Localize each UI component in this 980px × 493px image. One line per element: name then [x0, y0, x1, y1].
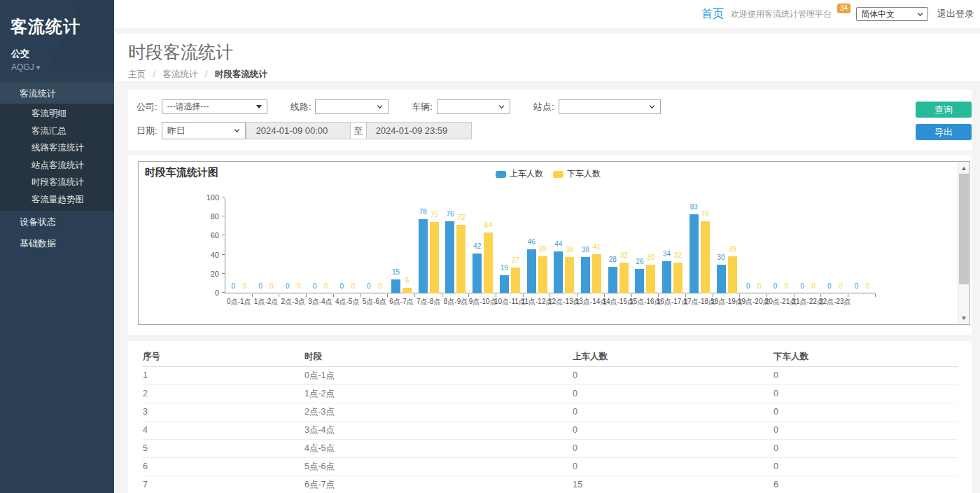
bar-group: 837617点-18点: [686, 198, 713, 293]
bar-boarding: [445, 221, 454, 293]
logout-link[interactable]: 退出登录: [937, 8, 974, 20]
bar-group: 003点-4点: [307, 198, 334, 293]
bar-group: 004点-5点: [334, 198, 361, 293]
chevron-down-icon: [917, 11, 923, 18]
breadcrumb-home[interactable]: 主页: [128, 69, 146, 79]
table-body: 10点-1点0021点-2点0032点-3点0043点-4点0054点-5点00…: [142, 366, 958, 493]
sidebar-submenu: 客流明细客流汇总线路客流统计站点客流统计时段客流统计客流量趋势图: [0, 104, 114, 211]
sidebar-subitem[interactable]: 客流汇总: [0, 123, 114, 140]
breadcrumb-current: 时段客流统计: [215, 69, 267, 79]
scrollbar-thumb[interactable]: [959, 174, 969, 284]
sidebar-header: 客流统计 公交 AQGJ▾: [0, 0, 114, 70]
cell-alighting: 0: [773, 384, 958, 403]
sidebar-item[interactable]: 基础数据: [0, 232, 114, 254]
cell-period: 5点-6点: [304, 457, 572, 475]
bar-group: 283214点-15点: [605, 198, 632, 293]
bar-group: 263015点-16点: [632, 198, 659, 293]
cell-alighting: 6: [773, 475, 958, 493]
cell-boarding: 15: [572, 475, 773, 493]
y-axis-label: 60: [198, 231, 219, 239]
sidebar-subitem[interactable]: 时段客流统计: [0, 174, 114, 191]
cell-alighting: 0: [773, 457, 958, 475]
home-link[interactable]: 首页: [701, 7, 724, 22]
cell-boarding: 0: [572, 457, 773, 475]
cell-alighting: 0: [773, 421, 958, 439]
cell-index: 6: [142, 457, 304, 475]
y-axis-tick: [222, 216, 225, 216]
table-row: 65点-6点00: [142, 457, 958, 475]
cell-period: 6点-7点: [304, 475, 572, 493]
page-title: 时段客流统计: [128, 41, 980, 64]
cell-period: 0点-1点: [304, 366, 572, 384]
chart-scrollbar[interactable]: [958, 162, 969, 324]
cell-index: 1: [142, 366, 304, 384]
legend-item-alighting[interactable]: 下车人数: [553, 168, 601, 180]
y-axis-tick: [222, 292, 225, 293]
sidebar-other-items: 设备状态基础数据: [0, 211, 114, 254]
legend-item-boarding[interactable]: 上车人数: [496, 168, 543, 180]
chevron-down-icon: [377, 104, 383, 110]
cell-period: 1点-2点: [304, 384, 572, 403]
cell-index: 3: [142, 403, 304, 421]
sidebar-subitem[interactable]: 线路客流统计: [0, 139, 114, 157]
export-button[interactable]: 导出: [916, 124, 972, 140]
chevron-down-icon: [234, 127, 240, 134]
breadcrumb-passenger-stats[interactable]: 客流统计: [162, 69, 197, 79]
table-header-row: 序号时段上车人数下车人数: [142, 347, 958, 366]
legend-swatch-icon: [553, 171, 564, 178]
chart-legend: 上车人数下车人数: [139, 168, 958, 180]
notification-badge: 34: [837, 4, 850, 13]
cell-alighting: 0: [773, 439, 958, 457]
company-select[interactable]: ---请选择---: [162, 99, 267, 114]
bar-group: 42649点-10点: [469, 198, 496, 293]
scrollbar-down-arrow-icon[interactable]: [958, 312, 969, 324]
date-preset-select[interactable]: 昨日: [162, 122, 246, 139]
bar-alighting: [538, 256, 547, 293]
bar-boarding: [662, 261, 671, 293]
sidebar-subitem[interactable]: 站点客流统计: [0, 157, 114, 174]
y-axis-label: 100: [198, 193, 219, 202]
bar-alighting: [673, 263, 682, 293]
bar-alighting: [484, 232, 493, 293]
station-select[interactable]: [559, 99, 661, 114]
y-axis-tick: [222, 273, 225, 274]
org-name: 公交: [11, 48, 114, 60]
bar-alighting: [511, 268, 520, 293]
line-select[interactable]: [315, 99, 388, 114]
cell-boarding: 0: [572, 366, 773, 384]
y-axis-tick: [222, 197, 225, 197]
breadcrumb: 主页 / 客流统计 / 时段客流统计: [128, 69, 980, 81]
chart-plot: 020406080100000点-1点001点-2点002点-3点003点-4点…: [225, 198, 876, 293]
table-row: 43点-4点00: [142, 421, 958, 439]
cell-index: 2: [142, 384, 304, 403]
y-axis-label: 40: [198, 251, 219, 259]
scrollbar-up-arrow-icon[interactable]: [958, 162, 969, 174]
legend-swatch-icon: [496, 171, 506, 178]
date-from-input[interactable]: 2024-01-09 00:00: [247, 123, 350, 139]
chart-container: 时段车流统计图 上车人数下车人数 020406080100000点-1点001点…: [138, 161, 970, 325]
x-axis-label: 4点-5点: [335, 297, 359, 307]
query-button[interactable]: 查询: [916, 102, 972, 118]
date-to-input[interactable]: 2024-01-09 23:59: [367, 123, 471, 139]
caret-down-icon: ▾: [36, 63, 41, 71]
sidebar-section-passenger-stats[interactable]: 客流统计: [0, 83, 114, 104]
date-range-separator: 至: [350, 123, 367, 139]
y-axis-label: 0: [198, 289, 219, 297]
bar-alighting: [402, 288, 412, 293]
sidebar-subitem[interactable]: 客流量趋势图: [0, 191, 114, 209]
sidebar-subitem[interactable]: 客流明细: [0, 105, 114, 123]
sidebar-item[interactable]: 设备状态: [0, 211, 114, 232]
column-header: 序号: [142, 347, 304, 366]
language-select[interactable]: 简体中文: [856, 7, 928, 21]
org-code-dropdown[interactable]: AQGJ▾: [11, 62, 114, 72]
table-row: 32点-3点00: [142, 403, 958, 421]
cell-index: 7: [142, 475, 304, 493]
vehicle-select[interactable]: [437, 99, 510, 114]
bar-boarding: [500, 275, 509, 293]
x-axis-label: 1点-2点: [254, 297, 278, 307]
cell-boarding: 0: [572, 421, 773, 439]
bar-boarding: [419, 219, 428, 293]
bar-group: 00: [848, 198, 876, 293]
bar-boarding: [581, 257, 590, 293]
x-axis-label: 6点-7点: [389, 297, 413, 307]
